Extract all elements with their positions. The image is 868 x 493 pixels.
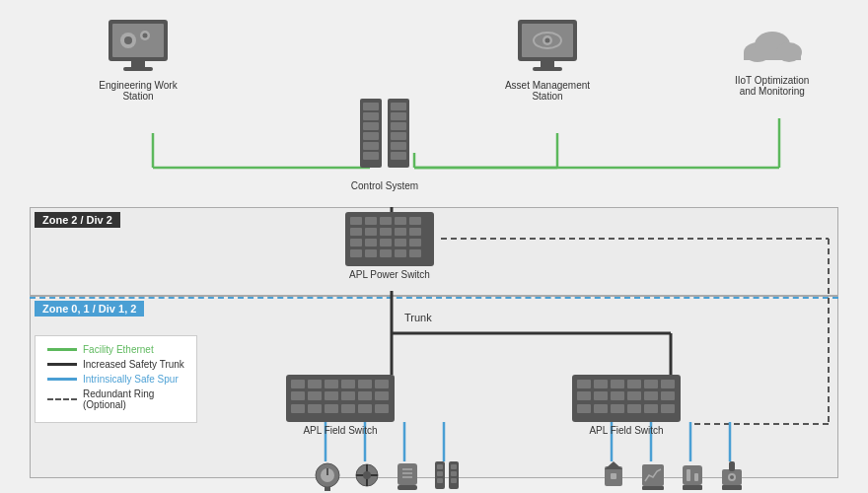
svg-rect-131	[437, 471, 443, 476]
svg-rect-61	[409, 217, 421, 225]
svg-rect-99	[611, 380, 624, 388]
svg-point-122	[363, 471, 371, 479]
svg-rect-104	[594, 391, 608, 400]
svg-rect-84	[291, 391, 305, 400]
svg-rect-144	[694, 473, 698, 481]
svg-rect-106	[627, 391, 641, 400]
svg-rect-147	[729, 461, 735, 471]
iiot: IIoT Optimizationand Monitoring	[735, 18, 809, 97]
svg-marker-137	[605, 461, 622, 469]
svg-rect-78	[291, 380, 305, 388]
svg-rect-97	[577, 380, 591, 388]
diagram: Zone 2 / Div 2 Zone 0, 1 / Div 1, 2	[0, 0, 868, 493]
svg-rect-37	[363, 142, 379, 150]
svg-point-149	[730, 475, 734, 479]
legend-black-line	[47, 363, 77, 366]
svg-rect-35	[363, 122, 379, 130]
svg-rect-95	[375, 404, 389, 413]
svg-rect-110	[594, 404, 608, 413]
asset-mgmt-label: Asset Management Station	[498, 80, 597, 102]
svg-rect-29	[131, 61, 145, 67]
svg-rect-24	[112, 24, 164, 57]
chart-device-icon	[639, 461, 667, 491]
svg-rect-109	[577, 404, 591, 413]
zone2-label: Zone 2 / Div 2	[35, 212, 120, 228]
legend-intrinsically-safe: Intrinsically Safe Spur	[47, 374, 184, 385]
legend: Facility Ethernet Increased Safety Trunk…	[35, 335, 197, 423]
svg-rect-89	[375, 391, 389, 400]
svg-rect-62	[350, 228, 362, 236]
svg-rect-113	[644, 404, 658, 413]
svg-rect-38	[363, 152, 379, 160]
svg-rect-59	[380, 217, 392, 225]
svg-rect-112	[627, 404, 641, 413]
svg-rect-114	[661, 404, 675, 413]
svg-rect-40	[391, 112, 406, 120]
field-device-4	[432, 461, 462, 493]
apl-field-switch-left-label: APL Field Switch	[303, 425, 377, 436]
svg-rect-57	[350, 217, 362, 225]
svg-rect-68	[365, 239, 377, 246]
svg-rect-79	[308, 380, 322, 388]
svg-rect-90	[291, 404, 305, 413]
temp-icon	[393, 461, 422, 491]
svg-rect-111	[611, 404, 624, 413]
legend-dashed-line	[47, 398, 77, 401]
svg-rect-133	[451, 464, 457, 469]
svg-rect-41	[391, 122, 406, 130]
svg-rect-51	[533, 67, 562, 71]
svg-rect-101	[644, 380, 658, 388]
svg-rect-108	[661, 391, 675, 400]
svg-rect-107	[644, 391, 658, 400]
svg-rect-80	[325, 380, 338, 388]
svg-rect-140	[642, 486, 664, 490]
svg-rect-93	[341, 404, 355, 413]
svg-rect-100	[627, 380, 641, 388]
control-system: Control System	[350, 99, 419, 191]
svg-rect-67	[350, 239, 362, 246]
svg-rect-76	[409, 249, 421, 257]
pressure-gauge-icon	[314, 461, 341, 491]
svg-rect-63	[365, 228, 377, 236]
svg-rect-73	[365, 249, 377, 257]
positioner-icon	[718, 461, 746, 491]
zone01-label: Zone 0, 1 / Div 1, 2	[35, 301, 144, 317]
svg-rect-44	[391, 152, 406, 160]
svg-rect-33	[363, 103, 379, 110]
asset-mgmt: Asset Management Station	[498, 18, 597, 102]
svg-rect-123	[398, 463, 417, 485]
apl-power-switch-label: APL Power Switch	[349, 269, 430, 280]
actuator-icon	[600, 461, 627, 491]
svg-rect-141	[683, 465, 702, 485]
svg-rect-130	[437, 464, 443, 469]
legend-facility-ethernet-label: Facility Ethernet	[83, 344, 154, 355]
svg-rect-75	[395, 249, 406, 257]
monitor-icon	[104, 18, 173, 77]
svg-point-28	[143, 34, 148, 38]
svg-rect-55	[744, 52, 801, 60]
rack-device-icon	[432, 461, 462, 491]
svg-rect-102	[661, 380, 675, 388]
svg-rect-94	[358, 404, 372, 413]
apl-field-switch-left: APL Field Switch	[286, 375, 395, 436]
svg-rect-74	[380, 249, 392, 257]
legend-intrinsically-safe-label: Intrinsically Safe Spur	[83, 374, 179, 385]
svg-rect-58	[365, 217, 377, 225]
svg-rect-127	[398, 485, 417, 490]
legend-facility-ethernet: Facility Ethernet	[47, 344, 184, 355]
zone2-area	[30, 207, 838, 296]
apl-power-switch-icon	[345, 212, 434, 266]
field-device-2	[353, 461, 381, 493]
svg-point-26	[124, 36, 132, 44]
apl-field-switch-left-icon	[286, 375, 395, 422]
svg-rect-66	[409, 228, 421, 236]
field-device-7	[679, 461, 706, 493]
apl-field-switch-right: APL Field Switch	[572, 375, 681, 436]
svg-rect-142	[683, 485, 702, 490]
apl-power-switch: APL Power Switch	[345, 212, 434, 280]
svg-rect-103	[577, 391, 591, 400]
svg-rect-30	[123, 67, 153, 71]
svg-rect-34	[363, 112, 379, 120]
svg-rect-98	[594, 380, 608, 388]
server-icon	[350, 99, 419, 177]
